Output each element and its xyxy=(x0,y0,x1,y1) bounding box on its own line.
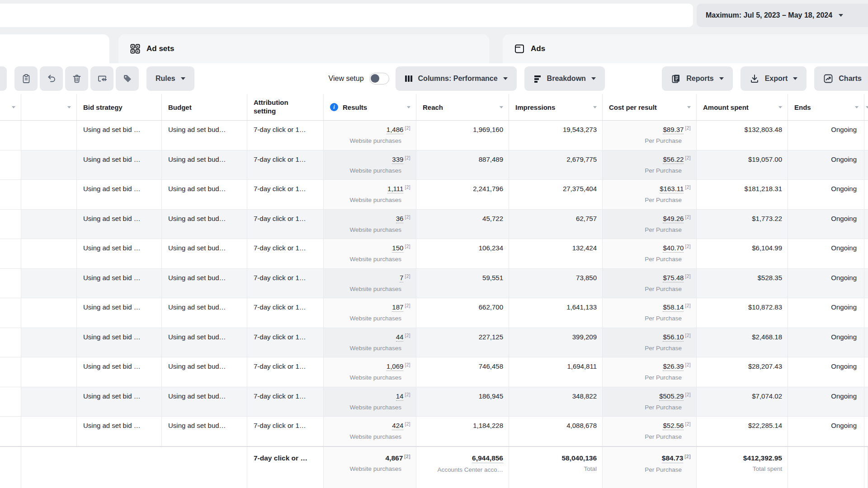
table-row[interactable]: Using ad set bid … Using ad set bud… 7-d… xyxy=(0,417,868,446)
cell-results[interactable]: 424[2] Website purchases xyxy=(324,417,416,446)
date-range-selector[interactable]: Maximum: Jul 5, 2023 – May 18, 2024 xyxy=(697,4,868,27)
cell-reach: 106,234 xyxy=(416,239,509,268)
chevron-down-icon xyxy=(181,77,185,80)
row-col-b xyxy=(21,269,77,298)
cell-cost-per-result[interactable]: $56.10[2] Per Purchase xyxy=(603,328,697,357)
breakdown-button[interactable]: Breakdown xyxy=(524,66,605,91)
footer-results[interactable]: 4,867[2] Website purchases xyxy=(324,447,416,488)
cell-bid-strategy: Using ad set bid … xyxy=(77,239,162,268)
ad-sets-table: Bid strategy Budget Attribution setting … xyxy=(0,94,868,488)
view-setup-toggle[interactable] xyxy=(369,73,389,84)
ab-test-button[interactable] xyxy=(90,66,113,91)
cell-results[interactable]: 1,486[2] Website purchases xyxy=(324,121,416,150)
charts-icon xyxy=(823,74,833,84)
edit-button-partial[interactable] xyxy=(0,66,7,91)
header-budget[interactable]: Budget xyxy=(162,94,247,120)
cell-clipped xyxy=(864,357,868,387)
cell-results[interactable]: 14[2] Website purchases xyxy=(324,387,416,417)
cell-cost-per-result[interactable]: $26.39[2] Per Purchase xyxy=(603,357,697,387)
cell-amount-spent: $28,207.43 xyxy=(697,357,788,387)
cell-reach: 662,700 xyxy=(416,298,509,328)
header-impressions[interactable]: Impressions xyxy=(509,94,603,120)
header-cost-per-result[interactable]: Cost per result xyxy=(603,94,697,120)
cell-results[interactable]: 339[2] Website purchases xyxy=(324,150,416,180)
cell-clipped xyxy=(864,180,868,209)
row-col-b xyxy=(21,180,77,209)
sort-caret-icon xyxy=(687,106,691,108)
cell-amount-spent: $7,074.02 xyxy=(697,387,788,417)
header-reach[interactable]: Reach xyxy=(416,94,509,120)
cell-cost-per-result[interactable]: $52.56[2] Per Purchase xyxy=(603,417,697,446)
grid-icon xyxy=(130,44,140,54)
cell-attribution: 7-day click or 1… xyxy=(247,150,324,180)
export-button[interactable]: Export xyxy=(741,66,807,91)
table-row[interactable]: Using ad set bid … Using ad set bud… 7-d… xyxy=(0,387,868,417)
cell-attribution: 7-day click or 1… xyxy=(247,417,324,446)
table-row[interactable]: Using ad set bid … Using ad set bud… 7-d… xyxy=(0,298,868,328)
undo-button[interactable] xyxy=(40,66,63,91)
header-col-a[interactable] xyxy=(0,94,21,120)
footer-cost-per-result[interactable]: $84.73[2] Per Purchase xyxy=(603,447,697,488)
top-bar: Maximum: Jul 5, 2023 – May 18, 2024 xyxy=(0,0,868,30)
cell-clipped xyxy=(864,210,868,239)
tab-campaigns-active[interactable] xyxy=(0,34,109,63)
cell-cost-per-result[interactable]: $75.48[2] Per Purchase xyxy=(603,269,697,298)
header-bid-strategy[interactable]: Bid strategy xyxy=(77,94,162,120)
row-col-a xyxy=(0,180,21,209)
cell-results[interactable]: 1,111[2] Website purchases xyxy=(324,180,416,209)
duplicate-button[interactable] xyxy=(14,66,38,91)
cell-cost-per-result[interactable]: $505.29[2] Per Purchase xyxy=(603,387,697,417)
cell-cost-per-result[interactable]: $49.26[2] Per Purchase xyxy=(603,210,697,239)
tab-ads[interactable]: Ads xyxy=(503,34,868,63)
table-row[interactable]: Using ad set bid … Using ad set bud… 7-d… xyxy=(0,269,868,299)
header-amount-spent[interactable]: Amount spent xyxy=(697,94,788,120)
row-col-b xyxy=(21,417,77,446)
delete-button[interactable] xyxy=(65,66,88,91)
cell-reach: 887,489 xyxy=(416,150,509,180)
header-ends[interactable]: Ends xyxy=(788,94,864,120)
cell-results[interactable]: 1,069[2] Website purchases xyxy=(324,357,416,387)
info-icon[interactable]: i xyxy=(330,103,338,111)
footer-reach[interactable]: 6,944,856 Accounts Center acco… xyxy=(416,447,509,488)
cell-results[interactable]: 44[2] Website purchases xyxy=(324,328,416,357)
cell-cost-per-result[interactable]: $58.14[2] Per Purchase xyxy=(603,298,697,328)
table-row[interactable]: Using ad set bid … Using ad set bud… 7-d… xyxy=(0,150,868,180)
cell-clipped xyxy=(864,417,868,446)
cell-clipped xyxy=(864,269,868,298)
footer-attribution: 7-day click or … xyxy=(247,447,324,488)
cell-bid-strategy: Using ad set bid … xyxy=(77,150,162,180)
cell-attribution: 7-day click or 1… xyxy=(247,328,324,357)
header-results[interactable]: i Results xyxy=(324,94,416,120)
table-row[interactable]: Using ad set bid … Using ad set bud… 7-d… xyxy=(0,121,868,150)
header-attribution-setting[interactable]: Attribution setting xyxy=(247,94,324,120)
cell-reach: 186,945 xyxy=(416,387,509,417)
search-filter-bar[interactable] xyxy=(0,4,693,27)
header-col-b[interactable] xyxy=(21,94,77,120)
table-header-row: Bid strategy Budget Attribution setting … xyxy=(0,94,868,121)
cell-amount-spent: $6,104.99 xyxy=(697,239,788,268)
table-row[interactable]: Using ad set bid … Using ad set bud… 7-d… xyxy=(0,239,868,269)
view-setup-label: View setup xyxy=(329,75,364,83)
rules-button[interactable]: Rules xyxy=(146,66,194,91)
cell-amount-spent: $10,872.83 xyxy=(697,298,788,328)
table-row[interactable]: Using ad set bid … Using ad set bud… 7-d… xyxy=(0,328,868,358)
cell-results[interactable]: 150[2] Website purchases xyxy=(324,239,416,268)
cell-cost-per-result[interactable]: $163.11[2] Per Purchase xyxy=(603,180,697,209)
reports-button[interactable]: Reports xyxy=(662,66,732,91)
reports-label: Reports xyxy=(686,75,713,83)
table-row[interactable]: Using ad set bid … Using ad set bud… 7-d… xyxy=(0,210,868,239)
table-row[interactable]: Using ad set bid … Using ad set bud… 7-d… xyxy=(0,357,868,387)
cell-cost-per-result[interactable]: $89.37[2] Per Purchase xyxy=(603,121,697,150)
tab-ad-sets[interactable]: Ad sets xyxy=(118,34,489,63)
table-row[interactable]: Using ad set bid … Using ad set bud… 7-d… xyxy=(0,180,868,210)
cell-results[interactable]: 7[2] Website purchases xyxy=(324,269,416,298)
tag-button[interactable] xyxy=(116,66,139,91)
cell-budget: Using ad set bud… xyxy=(162,239,247,268)
columns-button[interactable]: Columns: Performance xyxy=(396,66,517,91)
cell-cost-per-result[interactable]: $40.70[2] Per Purchase xyxy=(603,239,697,268)
cell-cost-per-result[interactable]: $56.22[2] Per Purchase xyxy=(603,150,697,180)
cell-results[interactable]: 187[2] Website purchases xyxy=(324,298,416,328)
row-col-b xyxy=(21,357,77,387)
cell-results[interactable]: 36[2] Website purchases xyxy=(324,210,416,239)
charts-button[interactable]: Charts xyxy=(814,66,868,91)
